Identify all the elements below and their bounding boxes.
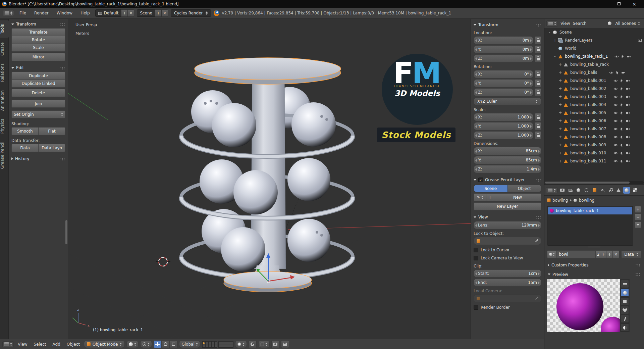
- data-dropdown[interactable]: Data: [621, 250, 641, 258]
- manipulator-translate-button[interactable]: [154, 340, 161, 348]
- object-data-tab[interactable]: [615, 187, 622, 194]
- panel-grip-icon[interactable]: [635, 273, 641, 276]
- renderability-camera-icon[interactable]: [625, 102, 630, 107]
- list-resize-grip[interactable]: [544, 246, 644, 249]
- screen-layout-field[interactable]: Default: [95, 9, 122, 17]
- breadcrumb-data[interactable]: bowling: [579, 198, 595, 203]
- panel-grip-icon[interactable]: [536, 216, 541, 219]
- outliner-display-mode-dropdown[interactable]: All Scenes: [604, 20, 642, 27]
- modifiers-tab[interactable]: [607, 187, 614, 194]
- outliner-item-label[interactable]: bowling_balls.002: [570, 86, 606, 91]
- location-number-field[interactable]: X: 0m: [474, 36, 533, 44]
- render-layers-tab[interactable]: [567, 187, 574, 194]
- help-menu[interactable]: Help: [78, 9, 92, 17]
- eyedropper-icon[interactable]: [534, 239, 538, 243]
- slot-specials-menu[interactable]: [635, 221, 641, 228]
- editor-type-button[interactable]: [546, 20, 558, 27]
- dimensions-number-field[interactable]: Y: 85cm: [474, 156, 541, 164]
- visibility-eye-icon[interactable]: [614, 54, 619, 59]
- maximize-button[interactable]: [611, 0, 627, 8]
- visibility-eye-icon[interactable]: [613, 127, 618, 132]
- scale-number-field[interactable]: Z: 1.000: [474, 131, 533, 139]
- shade-smooth-button[interactable]: Smooth: [11, 127, 39, 135]
- visibility-eye-icon[interactable]: [613, 78, 618, 83]
- panel-grip-icon[interactable]: [60, 157, 65, 160]
- snap-element-dropdown[interactable]: [258, 340, 270, 348]
- lock-camera-checkbox[interactable]: [474, 256, 478, 260]
- edit-panel-header[interactable]: Edit: [11, 64, 65, 72]
- outliner-item-label[interactable]: bowling_balls.010: [570, 151, 606, 155]
- duplicate-button[interactable]: Duplicate: [11, 72, 65, 80]
- add-menu[interactable]: Add: [50, 341, 63, 348]
- renderability-camera-icon[interactable]: [621, 70, 626, 75]
- lock-toggle-button[interactable]: [535, 79, 541, 87]
- render-border-checkbox[interactable]: [474, 305, 478, 310]
- visibility-eye-icon[interactable]: [613, 110, 618, 115]
- remove-layout-button[interactable]: ×: [127, 9, 134, 17]
- transform-panel-header[interactable]: Transform: [474, 21, 541, 29]
- layers-group-1[interactable]: [202, 341, 217, 348]
- expander-icon[interactable]: +: [558, 110, 562, 115]
- gp-brush-dropdown[interactable]: ✎: [474, 193, 486, 201]
- toolshelf-tab[interactable]: Grease Pencil: [0, 138, 9, 172]
- editor-type-button[interactable]: [546, 187, 557, 193]
- render-menu[interactable]: Render: [32, 9, 51, 17]
- expander-icon[interactable]: +: [558, 118, 562, 123]
- preview-flat-button[interactable]: [621, 280, 629, 288]
- outliner-item-label[interactable]: bowling_table_rack_1: [565, 54, 608, 59]
- add-layout-button[interactable]: +: [121, 9, 128, 17]
- selectability-cursor-icon[interactable]: [620, 54, 625, 59]
- selectability-cursor-icon[interactable]: [619, 143, 624, 148]
- scene-field[interactable]: Scene: [137, 9, 155, 17]
- manipulator-scale-button[interactable]: [170, 340, 177, 348]
- set-origin-menu[interactable]: Set Origin: [11, 110, 65, 118]
- lock-toggle-button[interactable]: [535, 36, 541, 44]
- scale-number-field[interactable]: Y: 1.000: [474, 122, 533, 130]
- outliner-item-label[interactable]: bowling_table_rack: [570, 62, 609, 67]
- outliner-row[interactable]: + bowling_balls.011: [544, 157, 644, 165]
- outliner-row[interactable]: + bowling_balls.010: [544, 149, 644, 157]
- dimensions-number-field[interactable]: X: 85cm: [474, 147, 541, 155]
- scale-button[interactable]: Scale: [11, 44, 65, 52]
- grease-pencil-panel-header[interactable]: ✓Grease Pencil Layer: [474, 176, 541, 184]
- renderability-camera-icon[interactable]: [626, 54, 631, 59]
- clip-start-field[interactable]: Start: 1cm: [474, 269, 541, 278]
- select-menu[interactable]: Select: [31, 341, 48, 348]
- orientation-dropdown[interactable]: Global: [179, 340, 200, 348]
- clip-end-field[interactable]: End: 15m: [474, 279, 541, 287]
- minimize-button[interactable]: [596, 0, 611, 8]
- lock-toggle-button[interactable]: [535, 131, 541, 139]
- opengl-render-anim-button[interactable]: [281, 340, 289, 348]
- toolshelf-tab[interactable]: Relations: [0, 60, 9, 86]
- visibility-eye-icon[interactable]: [613, 135, 618, 140]
- selectability-cursor-icon[interactable]: [615, 70, 620, 75]
- outliner-row[interactable]: + RenderLayers: [544, 36, 644, 44]
- visibility-eye-icon[interactable]: [609, 70, 614, 75]
- lock-toggle-button[interactable]: [535, 122, 541, 130]
- expander-icon[interactable]: -: [553, 54, 557, 59]
- outliner-row[interactable]: + bowling_balls.007: [544, 125, 644, 133]
- expander-icon[interactable]: +: [553, 38, 557, 43]
- expander-icon[interactable]: +: [558, 135, 562, 139]
- gp-new-layer-button[interactable]: New Layer: [474, 202, 541, 210]
- expander-icon[interactable]: +: [558, 86, 562, 91]
- object-tab[interactable]: [591, 187, 598, 194]
- visibility-eye-icon[interactable]: [613, 118, 618, 123]
- panel-grip-icon[interactable]: [536, 23, 541, 27]
- add-slot-button[interactable]: +: [635, 206, 641, 213]
- outliner-row[interactable]: + bowling_balls.002: [544, 85, 644, 93]
- renderlayer-toggle-icon[interactable]: [637, 38, 642, 43]
- render-engine-dropdown[interactable]: Cycles Render: [171, 9, 211, 17]
- gp-object-tab[interactable]: Object: [507, 185, 542, 192]
- new-material-button[interactable]: +: [606, 250, 613, 258]
- grease-pencil-checkbox[interactable]: ✓: [478, 178, 483, 182]
- lock-toggle-button[interactable]: [535, 54, 541, 62]
- outliner-item-label[interactable]: bowling_balls.007: [570, 127, 606, 131]
- panel-grip-icon[interactable]: [536, 179, 541, 182]
- renderability-camera-icon[interactable]: [625, 151, 630, 156]
- visibility-eye-icon[interactable]: [613, 143, 618, 148]
- pivot-point-dropdown[interactable]: [140, 340, 152, 348]
- visibility-eye-icon[interactable]: [613, 94, 618, 99]
- outliner-row[interactable]: + bowling_balls.001: [544, 77, 644, 85]
- editor-type-button[interactable]: [3, 10, 14, 16]
